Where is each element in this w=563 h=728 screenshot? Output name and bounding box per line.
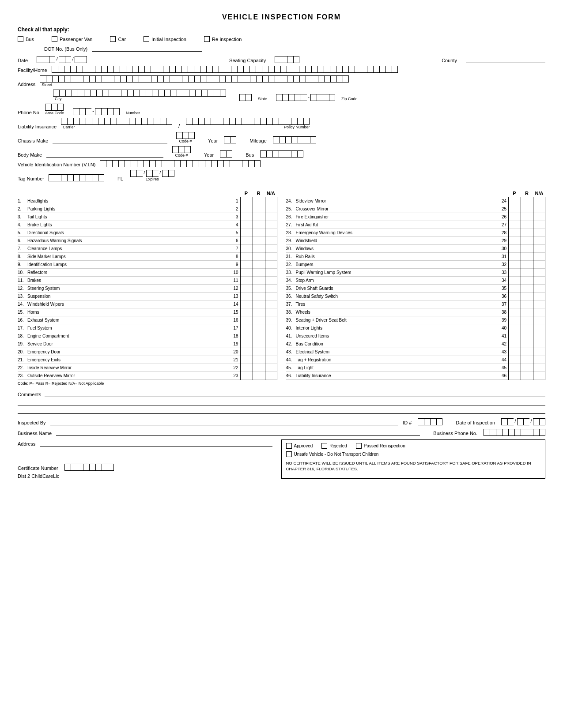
r-cell[interactable] (253, 245, 265, 253)
p-cell[interactable] (240, 253, 253, 261)
p-cell[interactable] (508, 348, 521, 356)
na-cell[interactable] (265, 269, 277, 277)
na-cell[interactable] (265, 229, 277, 237)
p-cell[interactable] (240, 332, 253, 340)
p-cell[interactable] (508, 308, 521, 316)
p-cell[interactable] (240, 293, 253, 300)
na-cell[interactable] (265, 348, 277, 356)
p-cell[interactable] (508, 340, 521, 348)
r-cell[interactable] (253, 293, 265, 300)
p-cell[interactable] (240, 324, 253, 332)
p-cell[interactable] (508, 332, 521, 340)
r-cell[interactable] (253, 277, 265, 285)
na-cell[interactable] (265, 205, 277, 213)
unsafe-checkbox-box[interactable] (286, 451, 292, 457)
na-cell[interactable] (533, 364, 545, 372)
passed-reinspection-checkbox[interactable]: Passed Reinspection (356, 443, 405, 449)
unsafe-checkbox[interactable]: Unsafe Vehicle - Do Not Transport Childr… (286, 451, 541, 458)
p-cell[interactable] (240, 348, 253, 356)
r-cell[interactable] (521, 364, 533, 372)
na-cell[interactable] (265, 316, 277, 324)
r-cell[interactable] (521, 277, 533, 285)
p-cell[interactable] (240, 245, 253, 253)
p-cell[interactable] (508, 197, 521, 205)
na-cell[interactable] (533, 237, 545, 245)
p-cell[interactable] (240, 261, 253, 269)
na-cell[interactable] (265, 197, 277, 205)
na-cell[interactable] (265, 372, 277, 380)
r-cell[interactable] (521, 197, 533, 205)
p-cell[interactable] (240, 229, 253, 237)
na-cell[interactable] (533, 372, 545, 380)
na-cell[interactable] (265, 277, 277, 285)
r-cell[interactable] (253, 364, 265, 372)
p-cell[interactable] (508, 245, 521, 253)
r-cell[interactable] (253, 229, 265, 237)
na-cell[interactable] (533, 269, 545, 277)
na-cell[interactable] (533, 300, 545, 308)
na-cell[interactable] (533, 340, 545, 348)
na-cell[interactable] (265, 213, 277, 221)
p-cell[interactable] (240, 356, 253, 364)
rejected-checkbox-box[interactable] (321, 443, 327, 449)
r-cell[interactable] (253, 205, 265, 213)
r-cell[interactable] (521, 340, 533, 348)
na-cell[interactable] (265, 237, 277, 245)
p-cell[interactable] (508, 293, 521, 300)
r-cell[interactable] (253, 237, 265, 245)
p-cell[interactable] (508, 213, 521, 221)
bus-checkbox[interactable]: Bus (18, 36, 34, 42)
na-cell[interactable] (533, 213, 545, 221)
p-cell[interactable] (240, 316, 253, 324)
p-cell[interactable] (240, 372, 253, 380)
p-cell[interactable] (508, 324, 521, 332)
na-cell[interactable] (533, 332, 545, 340)
approved-checkbox[interactable]: Approved (286, 443, 313, 449)
p-cell[interactable] (508, 277, 521, 285)
p-cell[interactable] (240, 221, 253, 229)
r-cell[interactable] (521, 356, 533, 364)
na-cell[interactable] (533, 308, 545, 316)
na-cell[interactable] (533, 221, 545, 229)
na-cell[interactable] (533, 261, 545, 269)
p-cell[interactable] (508, 261, 521, 269)
r-cell[interactable] (521, 269, 533, 277)
r-cell[interactable] (521, 237, 533, 245)
p-cell[interactable] (508, 372, 521, 380)
p-cell[interactable] (508, 364, 521, 372)
r-cell[interactable] (253, 308, 265, 316)
r-cell[interactable] (521, 221, 533, 229)
na-cell[interactable] (265, 261, 277, 269)
comments-field[interactable] (45, 390, 545, 397)
na-cell[interactable] (533, 253, 545, 261)
na-cell[interactable] (265, 293, 277, 300)
p-cell[interactable] (240, 197, 253, 205)
r-cell[interactable] (521, 372, 533, 380)
r-cell[interactable] (521, 261, 533, 269)
r-cell[interactable] (521, 245, 533, 253)
na-cell[interactable] (533, 356, 545, 364)
r-cell[interactable] (521, 332, 533, 340)
r-cell[interactable] (253, 348, 265, 356)
r-cell[interactable] (521, 285, 533, 293)
r-cell[interactable] (253, 356, 265, 364)
p-cell[interactable] (240, 237, 253, 245)
reinspection-checkbox-box[interactable] (204, 36, 210, 42)
initial-inspection-checkbox-box[interactable] (144, 36, 149, 42)
r-cell[interactable] (521, 229, 533, 237)
na-cell[interactable] (533, 229, 545, 237)
na-cell[interactable] (533, 348, 545, 356)
business-name-field[interactable] (56, 429, 420, 436)
na-cell[interactable] (265, 324, 277, 332)
chassis-field[interactable] (53, 136, 167, 143)
reinspection-checkbox[interactable]: Re-inspection (204, 36, 242, 42)
r-cell[interactable] (253, 316, 265, 324)
r-cell[interactable] (253, 221, 265, 229)
r-cell[interactable] (521, 308, 533, 316)
r-cell[interactable] (253, 197, 265, 205)
p-cell[interactable] (240, 213, 253, 221)
car-checkbox-box[interactable] (110, 36, 116, 42)
p-cell[interactable] (240, 205, 253, 213)
p-cell[interactable] (240, 300, 253, 308)
na-cell[interactable] (533, 197, 545, 205)
